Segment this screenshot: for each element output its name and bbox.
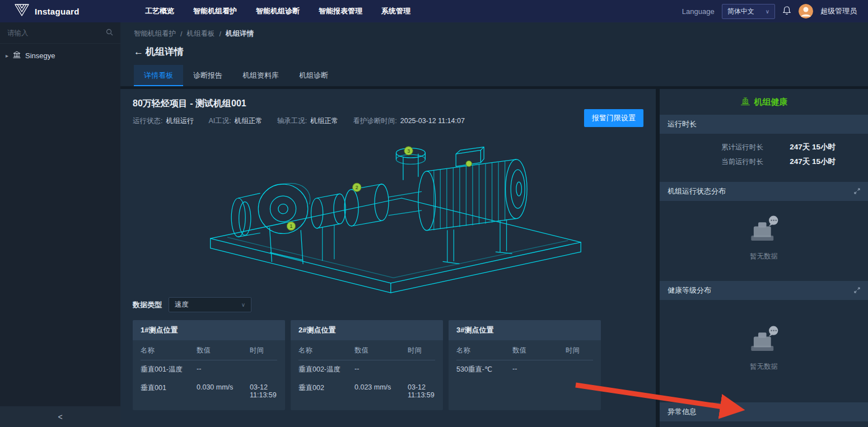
- section-abnormal-info: 异常信息: [660, 402, 868, 421]
- sidebar-collapse-button[interactable]: <: [0, 406, 120, 427]
- table-row: 垂直002-温度--: [298, 360, 435, 379]
- sidebar-item-sinsegye[interactable]: ▸ Sinsegye: [0, 44, 120, 67]
- chevron-down-icon: ∨: [241, 302, 245, 308]
- measure-card-1: 1#测点位置 名称数值时间 垂直001-温度-- 垂直0010.030 mm/s…: [133, 320, 285, 410]
- page-header: 智能机组看护/ 机组看板/ 机组详情 ← 机组详情 详情看板 诊断报告 机组资料…: [120, 22, 868, 86]
- marker-dot[interactable]: [466, 161, 472, 167]
- measure-card-2: 2#测点位置 名称数值时间 垂直002-温度-- 垂直0020.023 mm/s…: [291, 320, 443, 410]
- svg-text:1: 1: [290, 223, 293, 229]
- sidebar: ▸ Sinsegye <: [0, 22, 120, 427]
- language-select[interactable]: 简体中文 ∨: [722, 4, 775, 19]
- runtime-total-row: 累计运行时长 247天 15小时: [721, 140, 836, 154]
- measure-marker-3[interactable]: 3: [404, 147, 413, 155]
- search-input[interactable]: [7, 29, 106, 37]
- status-running: 运行状态:机组运行: [133, 116, 194, 126]
- brand: Instaguard: [0, 4, 120, 18]
- datatype-select[interactable]: 速度 ∨: [169, 297, 251, 312]
- brand-name: Instaguard: [35, 7, 80, 16]
- empty-state: 暂无数据: [660, 300, 868, 395]
- table-header: 名称数值时间: [456, 341, 593, 360]
- measure-card-title: 2#测点位置: [291, 320, 443, 340]
- avatar[interactable]: [799, 4, 813, 18]
- no-data-icon: [743, 323, 785, 358]
- tab-unit-diagnosis[interactable]: 机组诊断: [289, 65, 338, 86]
- page-title: 机组详情: [146, 45, 184, 58]
- svg-text:3: 3: [407, 148, 410, 154]
- no-data-icon: [743, 213, 785, 248]
- instaguard-logo-icon: [15, 4, 29, 18]
- breadcrumb-unit-care[interactable]: 智能机组看护: [134, 29, 176, 39]
- machine-health-icon: [740, 97, 750, 107]
- tree-item-label: Sinsegye: [25, 51, 55, 60]
- breadcrumb-separator: /: [180, 30, 182, 38]
- unit-title: 80万轻烃项目 - 测试机组001: [133, 98, 643, 110]
- caret-right-icon[interactable]: ▸: [6, 53, 8, 59]
- table-row: 530垂直-℃--: [456, 360, 593, 379]
- search-icon[interactable]: [106, 28, 113, 38]
- table-row: 垂直0020.023 mm/s03-12 11:13:59: [298, 379, 435, 403]
- datatype-value: 速度: [175, 300, 189, 309]
- empty-state: 暂无数据: [660, 201, 868, 274]
- expand-icon[interactable]: [854, 187, 860, 196]
- table-row: 垂直001-温度--: [141, 360, 277, 379]
- tab-unit-library[interactable]: 机组资料库: [232, 65, 289, 86]
- nav-item-system-management[interactable]: 系统管理: [381, 6, 410, 16]
- status-ai-condition: AI工况:机组正常: [208, 116, 262, 126]
- nav-item-unit-care[interactable]: 智能机组看护: [193, 6, 237, 16]
- runtime-current-row: 当前运行时长 247天 15小时: [721, 154, 836, 169]
- no-data-text: 暂无数据: [750, 362, 778, 372]
- breadcrumb-unit-board[interactable]: 机组看板: [186, 29, 214, 39]
- unit-detail-panel: 80万轻烃项目 - 测试机组001 运行状态:机组运行 AI工况:机组正常 轴承…: [120, 89, 656, 427]
- health-panel-title: 机组健康: [754, 97, 788, 107]
- ai-alarm-row: AI工况告警 轴承异常+不平衡 2024-08-16 10:02:21: [660, 421, 868, 427]
- main-nav: 工艺概览 智能机组看护 智能机组诊断 智能报表管理 系统管理: [145, 6, 410, 16]
- tab-detail-board[interactable]: 详情看板: [134, 65, 183, 86]
- no-data-text: 暂无数据: [750, 252, 778, 261]
- bell-icon[interactable]: [782, 6, 791, 17]
- measure-card-title: 3#测点位置: [449, 320, 601, 340]
- section-run-status-distribution: 机组运行状态分布: [660, 182, 868, 201]
- user-name[interactable]: 超级管理员: [820, 6, 857, 16]
- measure-card-3: 3#测点位置 名称数值时间 530垂直-℃--: [449, 320, 601, 410]
- chevron-down-icon: ∨: [766, 8, 769, 15]
- expand-icon[interactable]: [854, 287, 860, 295]
- navbar-right: Language 简体中文 ∨ 超级管理员: [682, 4, 868, 19]
- section-health-level-distribution: 健康等级分布: [660, 281, 868, 300]
- nav-item-unit-diagnosis[interactable]: 智能机组诊断: [256, 6, 300, 16]
- language-label: Language: [682, 7, 715, 16]
- measure-marker-2[interactable]: 2: [353, 183, 361, 191]
- nav-item-process-overview[interactable]: 工艺概览: [145, 6, 174, 16]
- nav-item-report-management[interactable]: 智能报表管理: [319, 6, 362, 16]
- collapse-icon: <: [58, 412, 62, 421]
- datatype-label: 数据类型: [133, 300, 162, 310]
- table-header: 名称数值时间: [298, 341, 435, 360]
- measure-marker-1[interactable]: 1: [287, 222, 295, 230]
- status-diagnosis-time: 看护诊断时间:2025-03-12 11:14:07: [353, 116, 465, 126]
- main-area: 智能机组看护/ 机组看板/ 机组详情 ← 机组详情 详情看板 诊断报告 机组资料…: [120, 22, 868, 427]
- unit-health-panel: 机组健康 运行时长 累计运行时长 247天 15小时 当前运行时长 247天 1…: [660, 89, 868, 427]
- status-row: 运行状态:机组运行 AI工况:机组正常 轴承工况:机组正常 看护诊断时间:202…: [133, 116, 643, 126]
- alarm-threshold-button[interactable]: 报警门限设置: [584, 109, 643, 127]
- table-header: 名称数值时间: [141, 341, 277, 360]
- svg-text:2: 2: [356, 185, 358, 190]
- tab-diagnosis-report[interactable]: 诊断报告: [183, 65, 232, 86]
- status-bearing-condition: 轴承工况:机组正常: [277, 116, 338, 126]
- bank-icon: [13, 51, 21, 60]
- language-value: 简体中文: [727, 7, 754, 16]
- detail-tabs: 详情看板 诊断报告 机组资料库 机组诊断: [134, 65, 855, 86]
- breadcrumb-separator: /: [219, 30, 221, 38]
- measure-point-cards: 1#测点位置 名称数值时间 垂直001-温度-- 垂直0010.030 mm/s…: [133, 320, 643, 410]
- measure-card-title: 1#测点位置: [133, 320, 285, 340]
- table-row: 垂直0010.030 mm/s03-12 11:13:59: [141, 379, 277, 403]
- breadcrumb-current: 机组详情: [226, 29, 254, 39]
- section-runtime: 运行时长: [660, 115, 868, 134]
- pump-illustration: 1 2 3: [133, 128, 643, 296]
- back-arrow-icon[interactable]: ←: [134, 46, 143, 58]
- sidebar-search: [0, 22, 120, 44]
- top-navbar: Instaguard 工艺概览 智能机组看护 智能机组诊断 智能报表管理 系统管…: [0, 0, 868, 22]
- breadcrumb: 智能机组看护/ 机组看板/ 机组详情: [134, 29, 855, 39]
